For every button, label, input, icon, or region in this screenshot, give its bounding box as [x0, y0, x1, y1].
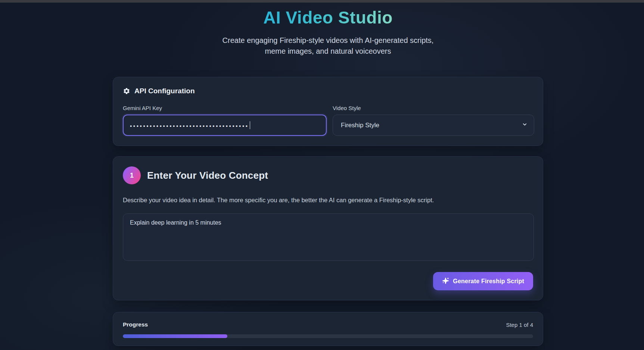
api-key-input[interactable]: ••••••••••••••••••••••••••••••••••••: [123, 115, 327, 136]
chevron-down-icon: [522, 122, 528, 129]
api-configuration-card: API Configuration Gemini API Key •••••••…: [113, 77, 543, 146]
page-subtitle: Create engaging Fireship-style videos wi…: [113, 35, 543, 57]
sparkles-icon: [442, 277, 449, 285]
api-configuration-title: API Configuration: [134, 87, 195, 95]
progress-bar-fill: [123, 334, 227, 338]
hero-header: AI Video Studio Create engaging Fireship…: [113, 7, 543, 57]
progress-label: Progress: [123, 321, 148, 328]
step-number-badge: 1: [123, 166, 141, 184]
progress-card: Progress Step 1 of 4: [113, 312, 543, 346]
video-concept-card: 1 Enter Your Video Concept Describe your…: [113, 156, 543, 300]
video-concept-title: Enter Your Video Concept: [147, 170, 268, 181]
subtitle-line-1: Create engaging Fireship-style videos wi…: [113, 35, 543, 46]
video-concept-header: 1 Enter Your Video Concept: [123, 166, 533, 184]
api-key-masked-value: ••••••••••••••••••••••••••••••••••••: [130, 123, 249, 129]
generate-script-button-label: Generate Fireship Script: [453, 278, 524, 285]
gear-icon: [123, 87, 130, 95]
page-title: AI Video Studio: [263, 7, 393, 28]
top-bar: [0, 0, 644, 3]
generate-script-button[interactable]: Generate Fireship Script: [433, 272, 533, 290]
video-style-label: Video Style: [333, 105, 534, 111]
main-content: AI Video Studio Create engaging Fireship…: [113, 3, 543, 346]
subtitle-line-2: meme images, and natural voiceovers: [113, 46, 543, 57]
progress-bar-track: [123, 334, 533, 338]
api-configuration-header: API Configuration: [123, 87, 533, 95]
text-caret: [250, 121, 251, 129]
progress-step-text: Step 1 of 4: [506, 322, 533, 328]
api-key-field-group: Gemini API Key •••••••••••••••••••••••••…: [123, 105, 327, 136]
video-style-select[interactable]: Fireship Style: [333, 115, 534, 136]
video-concept-description: Describe your video idea in detail. The …: [123, 197, 533, 204]
video-concept-textarea[interactable]: Explain deep learning in 5 minutes: [123, 213, 534, 261]
video-style-field-group: Video Style Fireship Style: [333, 105, 534, 136]
api-key-label: Gemini API Key: [123, 105, 327, 111]
video-style-selected-value: Fireship Style: [341, 122, 379, 129]
